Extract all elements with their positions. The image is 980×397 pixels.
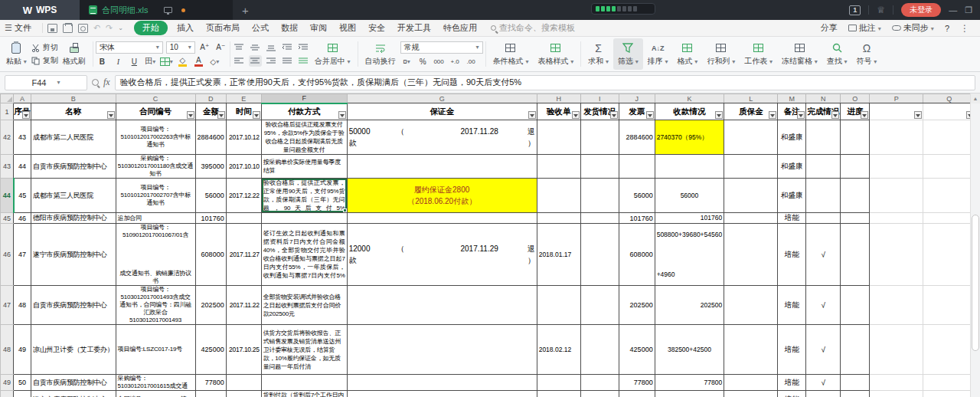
sync-status-button[interactable]: 未同步 ▾ [892,22,934,34]
filter-dropdown-icon[interactable] [338,111,346,119]
align-center-button[interactable] [249,55,262,67]
font-color-button[interactable]: A [192,56,205,67]
column-header-D[interactable]: D [195,94,226,103]
cell-Q47[interactable] [923,286,975,325]
cell-E45[interactable] [226,213,261,224]
cell-M49[interactable]: 培能 [778,375,806,391]
login-button[interactable]: 未登录 [901,3,941,17]
vertical-scrollbar-thumb[interactable] [972,215,979,351]
cell-C44[interactable]: 项目编号：5101012017002707含中标通知书 [116,179,195,213]
cell-B45[interactable]: 德阳市疾病预防控制中心 [31,213,116,224]
more-menu-button[interactable]: ⋮ [960,23,969,34]
cell-B46[interactable]: 遂宁市疾病预防控制中心 [31,224,116,286]
cell-C45[interactable]: 追加合同 [116,213,195,224]
eraser-button[interactable]: ◇▾ [208,56,221,67]
cell-N42[interactable] [806,120,841,155]
undo-icon[interactable]: ↶ [93,23,100,33]
cell-C42[interactable]: 项目编号：5101012017002263含中标通知书 [116,120,195,155]
row-header-48[interactable]: 48 [1,325,14,375]
cell-G47[interactable] [347,286,537,325]
cell-K48[interactable]: 382500+42500 [655,325,724,375]
cell-K50[interactable] [655,391,724,397]
cell-G43[interactable] [347,155,537,179]
cell-P48[interactable] [870,325,923,375]
cell-J48[interactable]: 425000 [619,325,655,375]
cell-J1[interactable]: 发票 [619,103,655,120]
cell-N43[interactable] [806,155,841,179]
cell-G1[interactable]: 保证金 [347,103,537,120]
cell-A47[interactable]: 48 [14,286,31,325]
minimize-button[interactable]: — [949,5,957,15]
percent-format-button[interactable]: % [416,56,430,67]
filter-button[interactable]: 筛选 ▾ [613,38,643,70]
cell-A48[interactable]: 49 [14,325,31,375]
row-header-45[interactable]: 45 [1,213,14,224]
column-header-J[interactable]: J [619,94,655,103]
cell-L49[interactable] [724,375,778,391]
highlight-color-button[interactable]: ◇ [176,56,189,67]
symbol-button[interactable]: Ω 符号 ▾ [852,38,882,70]
cell-E46[interactable]: 2017.11.27 [226,224,261,286]
command-search[interactable]: 查找命令、搜索模板 [491,22,575,34]
fx-icon[interactable]: fx [103,77,110,88]
justify-button[interactable] [281,55,294,67]
format-button[interactable]: 格式 ▾ [673,38,703,70]
cell-shading-button[interactable]: ▾ [160,56,173,67]
cut-button[interactable]: 剪切 [31,42,58,53]
monitor-icon[interactable] [164,7,172,13]
document-tab[interactable]: 合同明细.xls [80,0,233,20]
cell-Q45[interactable] [923,213,975,224]
cell-H47[interactable] [537,286,580,325]
cell-M1[interactable]: 备注 [778,103,806,120]
cell-E1[interactable]: 时间 [226,103,261,120]
cell-B42[interactable]: 成都市第二人民医院 [31,120,116,155]
filter-dropdown-icon[interactable] [797,111,805,119]
menu-file[interactable]: 文件 [15,22,31,34]
cell-F47[interactable]: 全部货物安装调试并验收合格之日起收到票据后支付合同价款202500元 [261,286,347,325]
print-icon[interactable] [63,24,73,33]
cell-N47[interactable]: √ [806,286,841,325]
cell-B43[interactable]: 自贡市疾病预防控制中心 [31,155,116,179]
cell-J47[interactable]: 202500 [619,286,655,325]
cell-L43[interactable] [724,155,778,179]
cell-I45[interactable] [580,213,619,224]
cell-L47[interactable] [724,286,778,325]
cell-G46[interactable]: 12000（ 2017.11.29 退 款） [347,224,537,286]
cell-E49[interactable] [226,375,261,391]
cell-L46[interactable] [724,224,778,286]
cell-C43[interactable]: 采购编号：5103012017001180含成交通知书 [116,155,195,179]
cell-B48[interactable]: 凉山州卫计委（艾工委办） [31,325,116,375]
column-header-F[interactable]: F [261,94,347,103]
cell-O43[interactable] [841,155,870,179]
currency-format-button[interactable]: ¤▾ [400,56,413,67]
cell-I49[interactable] [580,375,619,391]
cell-Q50[interactable] [923,391,975,397]
filter-dropdown-icon[interactable] [914,111,922,119]
cell-D49[interactable]: 77800 [195,375,226,391]
filter-dropdown-icon[interactable] [572,111,580,119]
cell-J42[interactable]: 2884600 [619,120,655,155]
column-header-M[interactable]: M [778,94,806,103]
member-crown-icon[interactable]: ♕ [877,5,885,15]
cell-M45[interactable]: 培能 [778,213,806,224]
filter-dropdown-icon[interactable] [107,111,115,119]
cell-D44[interactable]: 56000 [195,179,226,213]
save-icon[interactable] [47,24,57,33]
help-button[interactable]: ? [945,24,949,33]
filter-dropdown-icon[interactable] [715,111,723,119]
cell-B50[interactable]: 遂宁市疾病预防控制中心 [31,391,116,397]
increase-indent-button[interactable] [297,41,310,53]
cell-H42[interactable] [537,120,580,155]
cell-C46[interactable]: 项目编号：5109012017001067/01含 成交通知书、购销廉洁协议书 [116,224,195,286]
cell-N45[interactable] [806,213,841,224]
column-header-H[interactable]: H [537,94,580,103]
tab-review[interactable]: 审阅 [304,22,333,34]
cell-J50[interactable] [619,391,655,397]
column-header-L[interactable]: L [724,94,778,103]
cell-K44[interactable]: 56000 [655,179,724,213]
decrease-indent-button[interactable] [281,41,294,53]
cell-F48[interactable]: 供货方交货后将验收报告、正式销售发票及销货清单送达州卫计委审核无误后，结算货款，… [261,325,347,375]
cell-D50[interactable]: 26000 [195,391,226,397]
cell-F42[interactable]: 验收合格后提供正规发票支付95%，余款5%作为质保金于验收合格之日起质保期满后无… [261,120,347,155]
tab-view[interactable]: 视图 [333,22,362,34]
